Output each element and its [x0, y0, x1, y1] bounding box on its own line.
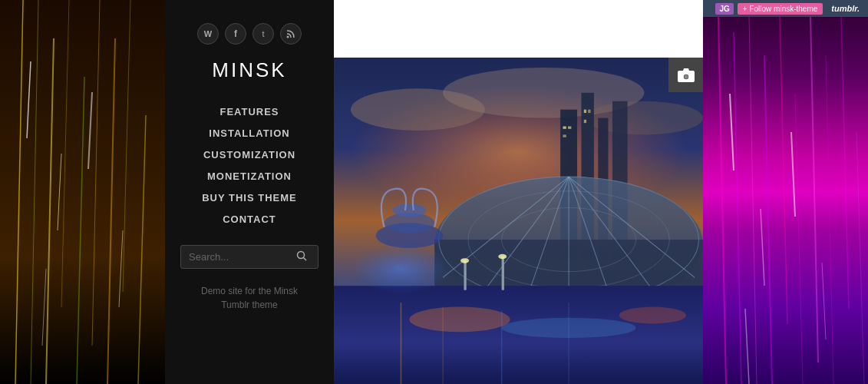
search-input[interactable] [189, 251, 296, 263]
city-photo [334, 58, 703, 384]
svg-line-65 [749, 17, 757, 384]
svg-line-75 [791, 132, 795, 217]
site-tagline: Demo site for the Minsk Tumblr theme [201, 284, 298, 312]
svg-rect-19 [691, 73, 692, 74]
twitter-icon[interactable]: t [252, 23, 274, 45]
svg-line-10 [58, 154, 61, 230]
nav-menu: FEATURES INSTALLATION CUSTOMIZATION MONE… [202, 101, 297, 230]
svg-line-66 [764, 55, 772, 384]
nav-item-monetization[interactable]: MONETIZATION [202, 165, 297, 187]
svg-point-62 [498, 254, 507, 260]
svg-line-76 [822, 263, 826, 339]
svg-line-70 [826, 55, 833, 384]
svg-line-72 [856, 132, 864, 384]
svg-line-6 [107, 38, 115, 384]
svg-line-12 [119, 230, 123, 307]
svg-line-73 [730, 94, 734, 170]
svg-line-77 [745, 309, 749, 384]
svg-line-7 [123, 0, 130, 292]
svg-rect-30 [568, 127, 571, 129]
svg-line-68 [795, 94, 803, 384]
svg-rect-33 [588, 110, 590, 113]
search-box [180, 245, 318, 269]
svg-line-74 [761, 209, 764, 286]
photo-container [334, 58, 703, 384]
tumblr-logo: tumblr. [827, 2, 864, 15]
svg-rect-47 [334, 286, 703, 384]
main-content [334, 0, 703, 384]
svg-line-71 [841, 17, 849, 309]
nav-item-installation[interactable]: INSTALLATION [202, 122, 297, 144]
svg-point-48 [409, 307, 510, 333]
svg-rect-31 [563, 134, 566, 137]
social-icons-row: W f t [197, 23, 302, 45]
svg-line-2 [46, 38, 54, 384]
nav-item-contact[interactable]: CONTACT [202, 208, 297, 230]
nav-item-features[interactable]: FEATURES [202, 101, 297, 122]
sidebar: W f t MINSK FEATURES INSTALLATION [165, 0, 334, 384]
follow-button[interactable]: + Follow minsk-theme [738, 3, 823, 15]
svg-line-1 [31, 0, 38, 384]
svg-rect-32 [584, 110, 586, 113]
nav-item-buy[interactable]: BUY THIS THEME [202, 187, 297, 208]
rss-icon[interactable] [280, 23, 302, 45]
svg-point-15 [298, 252, 305, 259]
nav-item-customization[interactable]: CUSTOMIZATION [202, 144, 297, 165]
main-nav: FEATURES INSTALLATION CUSTOMIZATION MONE… [202, 101, 297, 245]
svg-point-57 [393, 204, 427, 217]
svg-point-60 [460, 258, 469, 263]
search-button[interactable] [296, 250, 307, 263]
jg-badge: JG [715, 3, 733, 15]
svg-rect-61 [502, 257, 504, 290]
wordpress-icon[interactable]: W [197, 23, 219, 45]
svg-line-0 [15, 0, 23, 384]
svg-line-69 [810, 17, 818, 362]
right-decorative-strip: JG + Follow minsk-theme tumblr. [703, 0, 868, 384]
tumblr-bar: JG + Follow minsk-theme tumblr. [703, 0, 868, 17]
svg-point-58 [351, 244, 451, 295]
left-decorative-strip [0, 0, 165, 384]
svg-line-64 [734, 32, 741, 384]
svg-line-8 [138, 115, 146, 384]
svg-point-18 [684, 74, 688, 78]
svg-line-63 [718, 17, 726, 384]
svg-rect-29 [563, 127, 566, 129]
svg-rect-59 [464, 260, 466, 290]
site-title: MINSK [212, 58, 286, 82]
svg-line-5 [92, 0, 100, 346]
svg-line-9 [27, 61, 31, 138]
svg-rect-34 [584, 120, 586, 123]
svg-point-14 [287, 36, 289, 38]
svg-point-50 [619, 307, 686, 324]
svg-line-16 [304, 258, 307, 261]
svg-line-11 [88, 92, 92, 169]
svg-line-67 [780, 17, 787, 324]
svg-line-4 [77, 77, 84, 384]
top-white-area [334, 0, 703, 58]
svg-line-13 [42, 269, 46, 346]
svg-line-3 [61, 0, 69, 307]
camera-icon-button[interactable] [668, 58, 703, 92]
facebook-icon[interactable]: f [225, 23, 246, 45]
